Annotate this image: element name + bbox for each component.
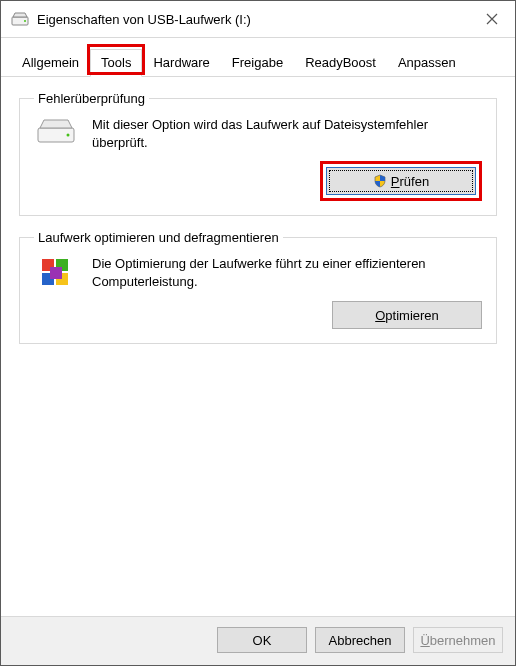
ok-button[interactable]: OK (217, 627, 307, 653)
svg-point-3 (67, 134, 70, 137)
tab-hardware[interactable]: Hardware (142, 49, 220, 77)
tab-content: Fehlerüberprüfung Mit dieser Option wird… (1, 77, 515, 616)
optimize-group: Laufwerk optimieren und defragmentieren … (19, 230, 497, 344)
check-button-label: Prüfen (391, 174, 429, 189)
dialog-buttons: OK Abbrechen Übernehmen (1, 616, 515, 665)
optimize-legend: Laufwerk optimieren und defragmentieren (34, 230, 283, 245)
shield-icon (373, 174, 387, 188)
error-check-group: Fehlerüberprüfung Mit dieser Option wird… (19, 91, 497, 216)
properties-dialog: Eigenschaften von USB-Laufwerk (I:) Allg… (0, 0, 516, 666)
tab-freigabe[interactable]: Freigabe (221, 49, 294, 77)
annotation-highlight-check-button: Prüfen (320, 161, 482, 201)
window-title: Eigenschaften von USB-Laufwerk (I:) (37, 12, 469, 27)
drive-icon (11, 12, 29, 26)
tab-readyboost[interactable]: ReadyBoost (294, 49, 387, 77)
optimize-text: Die Optimierung der Laufwerke führt zu e… (92, 255, 482, 290)
svg-point-1 (24, 20, 26, 22)
tab-strip: Allgemein Tools Hardware Freigabe ReadyB… (1, 38, 515, 77)
close-icon (486, 13, 498, 25)
optimize-button[interactable]: Optimieren (332, 301, 482, 329)
cancel-button[interactable]: Abbrechen (315, 627, 405, 653)
optimize-button-label: Optimieren (375, 308, 439, 323)
svg-rect-8 (50, 267, 62, 279)
error-check-legend: Fehlerüberprüfung (34, 91, 149, 106)
disk-icon (34, 116, 78, 146)
tab-anpassen[interactable]: Anpassen (387, 49, 467, 77)
titlebar: Eigenschaften von USB-Laufwerk (I:) (1, 1, 515, 38)
check-button[interactable]: Prüfen (326, 167, 476, 195)
apply-button-label: Übernehmen (420, 633, 495, 648)
tab-allgemein[interactable]: Allgemein (11, 49, 90, 77)
defrag-icon (34, 255, 78, 291)
tab-tools[interactable]: Tools (90, 49, 142, 77)
apply-button[interactable]: Übernehmen (413, 627, 503, 653)
error-check-text: Mit dieser Option wird das Laufwerk auf … (92, 116, 482, 151)
close-button[interactable] (469, 1, 515, 37)
